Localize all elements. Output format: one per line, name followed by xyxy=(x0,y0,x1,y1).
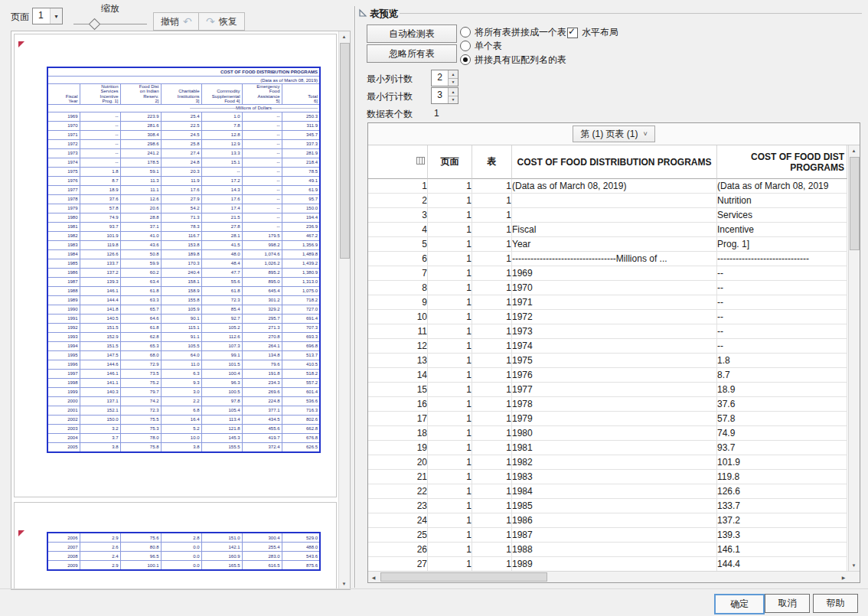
pdf-cell[interactable]: 372.4 xyxy=(242,442,282,452)
row-number[interactable]: 9 xyxy=(368,295,428,310)
scrollbar-thumb[interactable] xyxy=(850,157,860,250)
page-number-dropdown[interactable]: 1 ▾ xyxy=(32,8,63,24)
pdf-cell[interactable]: 75.5 xyxy=(120,415,161,424)
pdf-cell[interactable]: 2.8 xyxy=(161,533,201,543)
pdf-cell[interactable]: -- xyxy=(242,194,282,204)
pdf-cell[interactable]: 236.9 xyxy=(282,222,320,231)
pdf-table-row[interactable]: 1986137.260.2240.447.7895.21,380.9 xyxy=(47,268,320,277)
pdf-table-row[interactable]: 198193.737.178.327.8--236.9 xyxy=(47,222,320,231)
pdf-cell[interactable]: 57.8 xyxy=(80,204,120,213)
cell-col3[interactable]: (Data as of March 08, 2019) xyxy=(512,179,717,194)
pdf-cell[interactable]: 13.3 xyxy=(201,148,242,158)
pdf-cell[interactable]: 189.8 xyxy=(161,249,201,259)
pdf-cell[interactable]: 18.9 xyxy=(80,185,120,194)
spinner-value[interactable]: 2 xyxy=(432,70,448,86)
pdf-cell[interactable]: 152.1 xyxy=(80,406,120,415)
cell-table[interactable]: 1 xyxy=(472,513,512,528)
pdf-table-preview[interactable]: 20062.975.62.8151.0300.4529.020072.680.8… xyxy=(47,532,321,571)
row-number[interactable]: 27 xyxy=(368,557,428,571)
pdf-cell[interactable]: 41.5 xyxy=(201,240,242,249)
red-triangle-menu-icon[interactable] xyxy=(18,41,24,47)
cell-page[interactable]: 1 xyxy=(428,194,472,208)
cell-col4[interactable]: -- xyxy=(717,281,847,295)
pdf-cell[interactable]: 1991 xyxy=(47,314,80,323)
pdf-cell[interactable]: 47.7 xyxy=(201,268,242,277)
pdf-cell[interactable]: 12.8 xyxy=(201,130,242,139)
cell-col3[interactable]: 1971 xyxy=(512,295,717,310)
pdf-cell[interactable]: 1993 xyxy=(47,332,80,341)
left-panel-scrollbar[interactable]: ▲ ▼ xyxy=(338,31,350,589)
cell-col4[interactable]: -- xyxy=(717,324,847,339)
pdf-cell[interactable]: -- xyxy=(80,130,120,139)
cell-page[interactable]: 1 xyxy=(428,310,472,324)
pdf-cell[interactable]: 693.3 xyxy=(282,332,320,341)
pdf-cell[interactable]: 2009 xyxy=(47,561,80,571)
cell-col3[interactable]: 1975 xyxy=(512,354,717,368)
pdf-cell[interactable]: 75.8 xyxy=(120,442,161,452)
pdf-cell[interactable]: 97.8 xyxy=(201,396,242,406)
pdf-cell[interactable]: 529.0 xyxy=(282,533,320,543)
pdf-cell[interactable]: 875.6 xyxy=(282,561,320,571)
table-row[interactable]: 10111972-- xyxy=(368,310,847,324)
pdf-page-2[interactable]: 20062.975.62.8151.0300.4529.020072.680.8… xyxy=(14,502,337,589)
pdf-cell[interactable]: 240.4 xyxy=(161,268,201,277)
pdf-table-row[interactable]: 1989144.463.3155.872.3301.2718.2 xyxy=(47,295,320,305)
pdf-cell[interactable]: 1998 xyxy=(47,378,80,387)
pdf-cell[interactable]: 1976 xyxy=(47,176,80,185)
row-number[interactable]: 6 xyxy=(368,252,428,266)
pdf-cell[interactable]: 467.2 xyxy=(282,231,320,240)
pdf-cell[interactable]: 160.9 xyxy=(201,552,242,561)
pdf-cell[interactable]: 281.6 xyxy=(120,121,161,130)
row-number[interactable]: 15 xyxy=(368,383,428,397)
pdf-cell[interactable]: 64.6 xyxy=(120,314,161,323)
row-number[interactable]: 19 xyxy=(368,441,428,455)
pdf-cell[interactable]: 68.0 xyxy=(120,350,161,360)
cell-col3[interactable]: 1972 xyxy=(512,310,717,324)
cell-col3[interactable]: 1984 xyxy=(512,484,717,499)
cell-col4[interactable]: 57.8 xyxy=(717,412,847,426)
spinner-up-icon[interactable]: ▲ xyxy=(449,88,458,96)
cell-table[interactable]: 1 xyxy=(472,281,512,295)
table-row[interactable]: 11111973-- xyxy=(368,324,847,339)
pdf-table-row[interactable]: 1969--223.925.41.0--250.3 xyxy=(47,112,320,121)
cell-col4[interactable]: Nutrition xyxy=(717,194,847,208)
pdf-cell[interactable]: 998.2 xyxy=(242,240,282,249)
pdf-cell[interactable]: 1,075.0 xyxy=(282,286,320,295)
pdf-cell[interactable]: 91.1 xyxy=(161,332,201,341)
pdf-cell[interactable]: -- xyxy=(242,213,282,222)
pdf-cell[interactable]: 151.0 xyxy=(201,533,242,543)
pdf-table-row[interactable]: 20082.496.50.0160.9283.0543.6 xyxy=(47,552,320,561)
pdf-cell[interactable]: 557.2 xyxy=(282,378,320,387)
table-row[interactable]: 12111974-- xyxy=(368,339,847,354)
pdf-cell[interactable]: 895.2 xyxy=(242,268,282,277)
pdf-cell[interactable]: 11.9 xyxy=(161,176,201,185)
redo-button[interactable]: ↷ 恢复 xyxy=(198,12,245,31)
pdf-cell[interactable]: -- xyxy=(242,121,282,130)
pdf-cell[interactable]: 78.3 xyxy=(161,222,201,231)
pdf-cell[interactable]: 37.1 xyxy=(120,222,161,231)
scroll-down-icon[interactable]: ▼ xyxy=(849,560,859,571)
pdf-cell[interactable]: 96.3 xyxy=(201,378,242,387)
pdf-cell[interactable]: 337.3 xyxy=(282,139,320,148)
cell-col3[interactable]: 1986 xyxy=(512,513,717,528)
pdf-cell[interactable]: 513.7 xyxy=(282,350,320,360)
pdf-cell[interactable]: 9.3 xyxy=(161,378,201,387)
cell-table[interactable]: 1 xyxy=(472,295,512,310)
pdf-cell[interactable]: 78.0 xyxy=(120,433,161,442)
pdf-cell[interactable]: 37.6 xyxy=(80,194,120,204)
table-row[interactable]: 141119768.7 xyxy=(368,368,847,383)
table-row[interactable]: 26111988146.1 xyxy=(368,543,847,557)
pdf-cell[interactable]: 2006 xyxy=(47,533,80,543)
pdf-cell[interactable]: 1970 xyxy=(47,121,80,130)
table-row[interactable]: 311Services xyxy=(368,208,847,223)
auto-detect-tables-button[interactable]: 自动检测表 xyxy=(367,24,457,43)
pdf-table-row[interactable]: 1984126.650.8189.848.01,074.61,489.8 xyxy=(47,249,320,259)
pdf-table-row[interactable]: 1995147.568.064.099.1134.8513.7 xyxy=(47,350,320,360)
pdf-cell[interactable]: 150.0 xyxy=(80,415,120,424)
pdf-cell[interactable]: 80.8 xyxy=(120,543,161,552)
cell-col4[interactable]: 18.9 xyxy=(717,383,847,397)
zoom-slider-track[interactable] xyxy=(73,24,147,24)
row-number[interactable]: 13 xyxy=(368,354,428,368)
help-button[interactable]: 帮助 xyxy=(813,594,858,613)
pdf-cell[interactable]: 78.5 xyxy=(282,167,320,176)
